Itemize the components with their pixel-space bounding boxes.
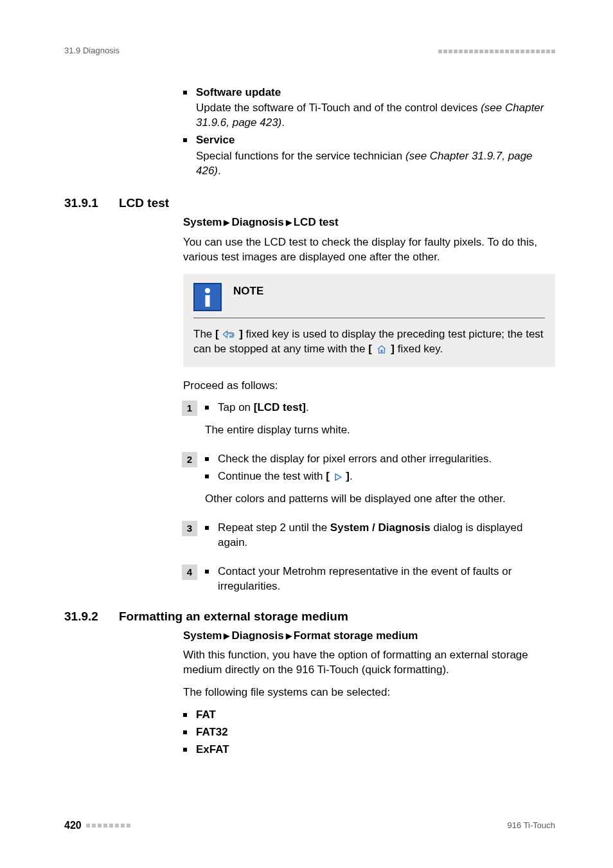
play-icon	[334, 473, 342, 481]
intro-item-title: Software update	[196, 86, 281, 98]
list-item: FAT32	[183, 725, 555, 740]
running-header: 31.9 Diagnosis	[64, 45, 555, 57]
step-number: 1	[182, 401, 197, 416]
list-item: Repeat step 2 until the System / Diagnos…	[205, 521, 555, 550]
list-item: Tap on [LCD test].	[205, 401, 555, 415]
intro-item-body: Special functions for the service techni…	[196, 149, 555, 179]
breadcrumb-separator-icon: ▶	[286, 631, 292, 641]
paragraph: You can use the LCD test to check the di…	[183, 235, 555, 265]
home-icon	[377, 345, 387, 354]
breadcrumb: System▶Diagnosis▶LCD test	[183, 215, 555, 230]
section-title: LCD test	[119, 195, 169, 212]
step-result: Other colors and patterns will be displa…	[205, 492, 555, 507]
section-title: Formatting an external storage medium	[119, 608, 348, 625]
step: 1 Tap on [LCD test]. The entire display …	[183, 401, 555, 438]
intro-item-title: Service	[196, 134, 235, 146]
list-item: Software update Update the software of T…	[183, 86, 555, 131]
breadcrumb: System▶Diagnosis▶Format storage medium	[183, 629, 555, 644]
header-left: 31.9 Diagnosis	[64, 45, 120, 57]
back-arrow-icon	[223, 330, 235, 339]
paragraph: The following file systems can be select…	[183, 685, 555, 700]
step-number: 3	[182, 521, 197, 536]
paragraph: Proceed as follows:	[183, 379, 555, 393]
page-footer: 420 916 Ti-Touch	[64, 818, 555, 833]
info-icon	[193, 283, 222, 311]
section-number: 31.9.1	[64, 195, 119, 212]
step-number: 4	[182, 565, 197, 580]
note-body: The [ ] fixed key is used to display the…	[193, 327, 545, 357]
step: 3 Repeat step 2 until the System / Diagn…	[183, 521, 555, 550]
intro-item-body: Update the software of Ti-Touch and of t…	[196, 101, 555, 131]
doc-title: 916 Ti-Touch	[508, 820, 555, 831]
list-item: Continue the test with [ ].	[205, 469, 555, 484]
note-title: NOTE	[233, 284, 263, 299]
section-number: 31.9.2	[64, 608, 119, 625]
list-item: Contact your Metrohm representative in t…	[205, 565, 555, 594]
paragraph: With this function, you have the option …	[183, 648, 555, 678]
intro-list: Software update Update the software of T…	[183, 86, 555, 179]
note-box: NOTE The [ ] fixed key is used to displa…	[183, 274, 555, 367]
header-ornament	[437, 45, 555, 57]
section-heading: 31.9.2 Formatting an external storage me…	[64, 608, 555, 625]
list-item: FAT	[183, 708, 555, 723]
step-number: 2	[182, 452, 197, 467]
section-heading: 31.9.1 LCD test	[64, 195, 555, 212]
step-result: The entire display turns white.	[205, 423, 555, 438]
breadcrumb-separator-icon: ▶	[224, 217, 229, 228]
page-number: 420	[64, 818, 82, 833]
filesystem-list: FAT FAT32 ExFAT	[183, 708, 555, 757]
breadcrumb-separator-icon: ▶	[224, 631, 229, 641]
list-item: ExFAT	[183, 743, 555, 757]
breadcrumb-separator-icon: ▶	[286, 217, 292, 228]
list-item: Check the display for pixel errors and o…	[205, 452, 555, 467]
step: 4 Contact your Metrohm representative in…	[183, 565, 555, 594]
list-item: Service Special functions for the servic…	[183, 133, 555, 179]
step: 2 Check the display for pixel errors and…	[183, 452, 555, 507]
